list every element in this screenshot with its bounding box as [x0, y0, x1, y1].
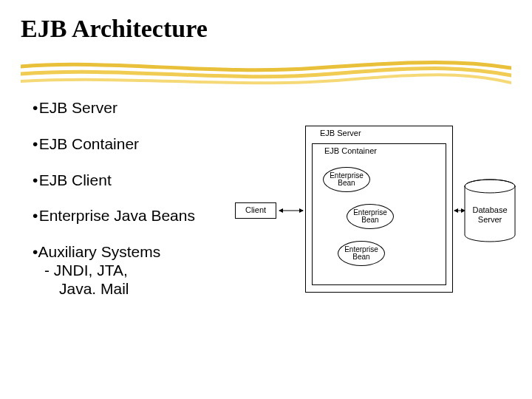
title-underline: [21, 58, 511, 90]
bullet-item: • EJB Client: [33, 171, 210, 190]
arrow-client-server-icon: [276, 205, 306, 216]
slide: EJB Architecture • EJB Server • EJB Cont…: [0, 0, 532, 399]
architecture-diagram: Client EJB Server EJB Container Enterpri…: [228, 126, 524, 303]
database-cylinder: Database Server: [463, 179, 516, 242]
ejb-server-label: EJB Server: [320, 129, 361, 137]
bullet-text: Auxiliary Systems: [38, 243, 161, 260]
client-box: Client: [235, 202, 276, 219]
bullet-item: • Auxiliary Systems - JNDI, JTA, Java. M…: [33, 243, 210, 298]
ejb-container-label: EJB Container: [324, 146, 377, 155]
bullet-text: EJB Container: [39, 135, 139, 152]
bullet-text: EJB Client: [39, 171, 112, 188]
enterprise-bean-3: Enterprise Bean: [338, 241, 385, 266]
database-label: Database Server: [463, 205, 516, 224]
bullet-text: Enterprise Java Beans: [39, 207, 195, 224]
bullet-item: • Enterprise Java Beans: [33, 207, 210, 225]
bullet-text: EJB Server: [39, 99, 117, 116]
bullet-subtext: Java. Mail: [59, 280, 129, 297]
slide-title: EJB Architecture: [21, 15, 208, 43]
bullet-list: • EJB Server • EJB Container • EJB Clien…: [33, 99, 210, 316]
enterprise-bean-1: Enterprise Bean: [323, 167, 370, 192]
bullet-subtext: - JNDI, JTA,: [44, 262, 128, 279]
bullet-item: • EJB Server: [33, 99, 210, 117]
enterprise-bean-2: Enterprise Bean: [347, 204, 394, 229]
bullet-item: • EJB Container: [33, 135, 210, 154]
